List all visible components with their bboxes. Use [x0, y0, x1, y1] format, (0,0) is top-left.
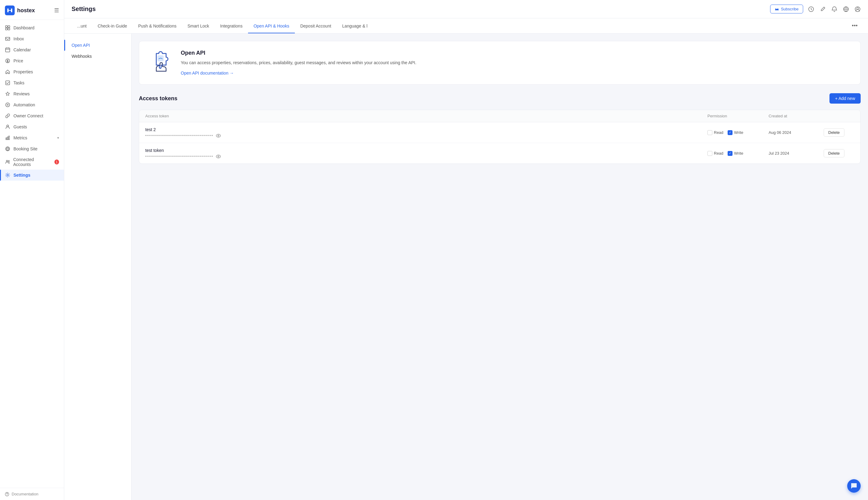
open-api-doc-link[interactable]: Open API documentation →: [181, 71, 234, 76]
eye-icon-2[interactable]: [216, 155, 221, 158]
settings-icon: [5, 172, 10, 178]
tab-deposit-account[interactable]: Deposit Account: [295, 19, 337, 33]
edit-icon[interactable]: [820, 6, 826, 12]
tab-open-api[interactable]: Open API & Hooks: [248, 19, 295, 33]
token-name-2: test token: [145, 148, 708, 153]
tab-more-button[interactable]: •••: [849, 18, 861, 33]
sidebar-item-label: Guests: [13, 124, 27, 129]
token-cell-1: test 2 •••••••••••••••••••••••••••••••••…: [145, 127, 708, 138]
sidebar-item-metrics[interactable]: Metrics ▾: [0, 132, 64, 143]
svg-rect-2: [8, 26, 10, 27]
sidebar-item-inbox[interactable]: Inbox: [0, 33, 64, 44]
sidebar-item-label: Dashboard: [13, 25, 35, 30]
sidebar-item-reviews[interactable]: Reviews: [0, 88, 64, 99]
tab-smart-lock[interactable]: Smart Lock: [182, 19, 215, 33]
token-dots-1: ••••••••••••••••••••••••••••••••••: [145, 133, 708, 138]
tab-push-notifications[interactable]: Push & Notifications: [133, 19, 182, 33]
sidebar-item-calendar[interactable]: Calendar: [0, 44, 64, 55]
svg-point-26: [216, 155, 221, 158]
write-checkbox-1[interactable]: ✓ Write: [727, 130, 743, 135]
permission-cell-2: Read ✓ Write: [708, 151, 769, 156]
sidebar-item-label: Inbox: [13, 36, 24, 41]
user-avatar-icon[interactable]: [855, 6, 861, 12]
documentation-link[interactable]: Documentation: [5, 492, 59, 496]
table-row: test token •••••••••••••••••••••••••••••…: [139, 143, 860, 163]
sidebar-item-guests[interactable]: Guests: [0, 121, 64, 132]
help-circle-icon: [5, 492, 9, 496]
sidebar-item-label: Calendar: [13, 47, 31, 52]
home-icon: [5, 69, 10, 75]
checkbox-checked-2: ✓: [727, 151, 733, 156]
clock-icon[interactable]: [808, 6, 814, 12]
svg-point-15: [6, 160, 8, 162]
users-icon: [5, 159, 10, 165]
th-access-token: Access token: [145, 114, 708, 118]
token-cell-2: test token •••••••••••••••••••••••••••••…: [145, 148, 708, 159]
menu-icon[interactable]: ☰: [54, 7, 59, 14]
sidebar-item-booking-site[interactable]: Booking Site: [0, 143, 64, 154]
delete-button-2[interactable]: Delete: [824, 149, 844, 157]
sidebar-footer: Documentation: [0, 488, 64, 500]
subscribe-label: Subscribe: [781, 7, 799, 11]
open-api-card-title: Open API: [181, 50, 850, 56]
tab-language[interactable]: Language & l: [337, 19, 373, 33]
svg-point-25: [218, 135, 219, 136]
svg-point-17: [7, 174, 9, 176]
checkbox-checked-1: ✓: [727, 130, 733, 135]
svg-rect-12: [7, 137, 8, 140]
delete-button-1[interactable]: Delete: [824, 128, 844, 137]
globe-topbar-icon[interactable]: [843, 6, 849, 12]
link-icon: [5, 113, 10, 118]
sidebar-item-tasks[interactable]: Tasks: [0, 77, 64, 88]
bar-chart-icon: [5, 135, 10, 140]
checkbox-unchecked-2: [708, 151, 712, 156]
svg-point-27: [218, 156, 219, 157]
token-dots-2: ••••••••••••••••••••••••••••••••••: [145, 154, 708, 159]
open-api-card-body: Open API You can access properties, rese…: [181, 50, 850, 76]
sidebar-item-price[interactable]: Price: [0, 55, 64, 66]
panel-nav-webhooks[interactable]: Webhooks: [64, 51, 131, 62]
subscribe-button[interactable]: Subscribe: [770, 4, 803, 13]
sidebar-item-label: Automation: [13, 102, 35, 107]
tab-checkin-guide[interactable]: Check-in Guide: [92, 19, 133, 33]
sidebar-item-label: Tasks: [13, 80, 24, 85]
svg-point-24: [216, 134, 221, 137]
tab-account[interactable]: ...unt: [71, 19, 92, 33]
sidebar-item-owner-connect[interactable]: Owner Connect: [0, 110, 64, 121]
eye-icon-1[interactable]: [216, 134, 221, 137]
connected-accounts-badge: 1: [54, 160, 59, 164]
access-tokens-header: Access tokens + Add new: [139, 93, 861, 104]
checkbox-unchecked-1: [708, 130, 712, 135]
sidebar-item-connected-accounts[interactable]: Connected Accounts 1: [0, 154, 64, 170]
write-checkbox-2[interactable]: ✓ Write: [727, 151, 743, 156]
read-checkbox-1[interactable]: Read: [708, 130, 723, 135]
bell-icon[interactable]: [831, 6, 837, 12]
open-api-icon: [149, 50, 174, 74]
sidebar-item-label: Connected Accounts: [13, 157, 51, 167]
read-checkbox-2[interactable]: Read: [708, 151, 723, 156]
tab-integrations[interactable]: Integrations: [215, 19, 248, 33]
add-new-token-button[interactable]: + Add new: [830, 93, 861, 104]
topbar-icons: [808, 6, 861, 12]
permission-cell-1: Read ✓ Write: [708, 130, 769, 135]
sidebar-item-label: Price: [13, 58, 23, 63]
svg-rect-11: [6, 138, 7, 140]
page-title: Settings: [71, 5, 765, 12]
sidebar-item-properties[interactable]: Properties: [0, 66, 64, 77]
panel-nav-open-api[interactable]: Open API: [64, 40, 131, 51]
sidebar-item-automation[interactable]: Automation: [0, 99, 64, 110]
sidebar-item-label: Settings: [13, 173, 30, 178]
th-created-at: Created at: [769, 114, 824, 118]
svg-point-16: [8, 160, 10, 162]
sidebar: hostex ☰ Dashboard Inbox Calendar P: [0, 0, 64, 500]
sidebar-item-dashboard[interactable]: Dashboard: [0, 22, 64, 33]
calendar-icon: [5, 47, 10, 53]
sidebar-logo: hostex ☰: [0, 0, 64, 20]
sidebar-item-label: Properties: [13, 69, 33, 74]
crown-icon: [775, 7, 779, 11]
chat-bubble-button[interactable]: [847, 479, 861, 493]
th-action: [824, 114, 854, 118]
topbar: Settings Subscribe: [64, 0, 868, 18]
sidebar-item-settings[interactable]: Settings: [0, 170, 64, 181]
grid-icon: [5, 25, 10, 31]
